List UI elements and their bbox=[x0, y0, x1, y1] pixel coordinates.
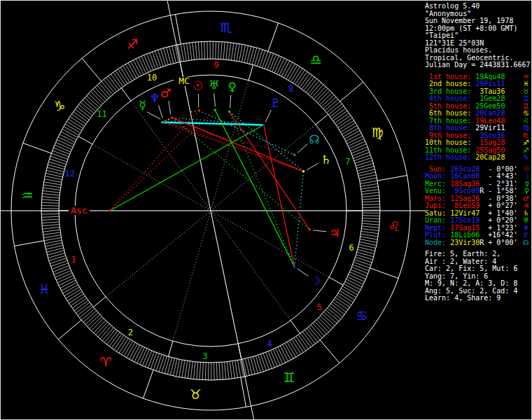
aries-icon: ♈ bbox=[99, 354, 111, 370]
capricorn-icon: ♑ bbox=[523, 154, 531, 162]
pisces-icon: ♓ bbox=[38, 281, 50, 297]
house-value: 29Pis11 bbox=[471, 80, 505, 88]
house-row: 4th house: 1Gem28♊ bbox=[425, 95, 531, 103]
header-line: Astrolog 5.40 bbox=[425, 3, 531, 10]
stats-line: M: 9, N: 2, A: 3, D: 8 bbox=[425, 280, 531, 288]
moon-icon: ☽ bbox=[523, 173, 531, 181]
planet-label: Venu: bbox=[425, 188, 450, 195]
house-number: 5 bbox=[317, 302, 322, 312]
capricorn-icon: ♑ bbox=[54, 98, 66, 113]
virgo-icon: ♍ bbox=[371, 125, 383, 140]
house-row: 10th house: 1Sag28♐ bbox=[425, 139, 531, 147]
house-row: 2nd house: 29Pis11♓ bbox=[425, 80, 531, 88]
cancer-icon: ♋ bbox=[523, 110, 531, 118]
asc-label: Asc bbox=[71, 205, 87, 216]
gemini-icon: ♊ bbox=[523, 95, 531, 103]
uranus-icon: ♅ bbox=[523, 217, 531, 225]
stats-text: Learn: 4, Share: 9 bbox=[425, 295, 500, 302]
planet-dot bbox=[262, 124, 265, 126]
planet-row: Moon: 16Can00 - 4°43'☽ bbox=[425, 173, 531, 181]
jupiter-icon: ♃ bbox=[523, 202, 531, 210]
jupiter-icon: ♃ bbox=[330, 226, 340, 240]
planet-dot bbox=[293, 154, 295, 156]
planet-label: Plut: bbox=[425, 232, 450, 239]
app-title: Astrolog 5.40 bbox=[425, 3, 479, 10]
planet-dot bbox=[228, 111, 230, 113]
mercury-icon: ☿ bbox=[139, 98, 146, 112]
planet-value: 17Sco19 bbox=[450, 217, 479, 225]
house-value: 1Gem28 bbox=[471, 95, 505, 103]
planet-dot bbox=[161, 121, 163, 123]
header-line: Placidus houses. bbox=[425, 47, 531, 55]
info-panel: Astrolog 5.40"Anonymous"Sun November 19,… bbox=[425, 3, 531, 302]
leo-icon: ♌ bbox=[388, 218, 400, 234]
pisces-icon: ♓ bbox=[523, 80, 531, 88]
house-row: 8th house: 29Vir11♍ bbox=[425, 125, 531, 132]
stats-line: Learn: 4, Share: 9 bbox=[425, 295, 531, 302]
uranus-icon: ♅ bbox=[209, 78, 219, 92]
house-number: 7 bbox=[345, 157, 350, 167]
planet-row: Node: 23Vir30R + 0°00'☊ bbox=[425, 239, 531, 247]
planet-value: 18Lib06 bbox=[450, 232, 479, 239]
planet-dot bbox=[293, 266, 295, 268]
planet-row: Uran: 17Sco19 + 0°20'♅ bbox=[425, 217, 531, 225]
planet-delta: - 1°58' bbox=[484, 188, 517, 195]
house-number: 11 bbox=[97, 109, 106, 119]
node-icon: ☊ bbox=[309, 132, 320, 146]
aquarius-icon: ♒ bbox=[21, 188, 33, 203]
planet-value: 16Can00 bbox=[450, 173, 479, 181]
planet-dot bbox=[171, 117, 173, 119]
planet-row: Plut: 18Lib06 +16°42'♇ bbox=[425, 232, 531, 239]
house-value: 29Vir11 bbox=[471, 125, 505, 132]
mars-icon: ♂ bbox=[160, 86, 171, 100]
sagittarius-icon: ♐ bbox=[523, 139, 531, 147]
house-label: 10th house: bbox=[425, 139, 471, 147]
header-text: Julian Day = 2443831.6667 bbox=[425, 62, 531, 69]
neptune-icon: ♆ bbox=[149, 91, 160, 105]
pluto-icon: ♇ bbox=[270, 96, 281, 110]
planet-delta: + 0°20' bbox=[484, 217, 517, 225]
header-text: Sun November 19, 1978 bbox=[425, 18, 513, 25]
planet-delta: + 0°00' bbox=[484, 239, 517, 247]
astrolog-window: ☉☽☿♀♂♃♄♅♆♇☊123456789101112♈♉♊♋♌♍♎♏♐♑♒♓As… bbox=[0, 0, 532, 420]
house-label: 6th house: bbox=[425, 110, 471, 118]
house-number: 4 bbox=[267, 339, 272, 349]
planet-label: Uran: bbox=[425, 217, 450, 225]
cancer-icon: ♋ bbox=[356, 308, 368, 323]
stats-line: Car: 2, Fix: 5, Mut: 6 bbox=[425, 265, 531, 273]
planet-delta: - 4°43' bbox=[484, 173, 517, 181]
house-row: 6th house: 20Can28♋ bbox=[425, 110, 531, 118]
planet-value: 8Leo59 bbox=[450, 202, 479, 210]
sagittarius-icon: ♐ bbox=[126, 36, 138, 52]
chart-wheel: ☉☽☿♀♂♃♄♅♆♇☊123456789101112♈♉♊♋♌♍♎♏♐♑♒♓As… bbox=[1, 1, 426, 420]
stats-line: Fire: 5, Earth: 2, bbox=[425, 251, 531, 258]
planet-delta: +16°42' bbox=[484, 232, 517, 239]
planet-row: Jupi: 8Leo59 + 0°27'♃ bbox=[425, 202, 531, 210]
saturn-icon: ♄ bbox=[321, 153, 331, 167]
mc-label: MC bbox=[178, 76, 190, 86]
planet-dot bbox=[198, 109, 200, 111]
planet-delta: + 0°27' bbox=[484, 202, 517, 210]
planet-label: Node: bbox=[425, 239, 450, 247]
planet-row: Venu: 9Sco09R - 1°58'♀ bbox=[425, 188, 531, 195]
stats-text: Car: 2, Fix: 5, Mut: 6 bbox=[425, 265, 517, 273]
house-number: 12 bbox=[65, 169, 75, 178]
moon-icon: ☽ bbox=[310, 274, 321, 288]
house-number: 3 bbox=[202, 351, 207, 361]
libra-icon: ♎ bbox=[310, 52, 322, 67]
planet-label: Moon: bbox=[425, 173, 450, 181]
planet-dot bbox=[163, 120, 165, 122]
header-line: Sun November 19, 1978 bbox=[425, 18, 531, 25]
venus-icon: ♀ bbox=[228, 80, 237, 94]
planet-value: 23Vir30 bbox=[450, 239, 479, 247]
header-text: "Taipei" bbox=[425, 32, 458, 40]
house-number: 10 bbox=[147, 73, 157, 83]
house-number: 6 bbox=[349, 243, 354, 253]
planet-dot bbox=[302, 170, 304, 172]
header-line: Julian Day = 2443831.6667 bbox=[425, 62, 531, 69]
planet-label: Jupi: bbox=[425, 202, 450, 210]
planet-dot bbox=[309, 229, 311, 231]
house-number: 2 bbox=[128, 328, 133, 337]
stats-text: M: 9, N: 2, A: 3, D: 8 bbox=[425, 280, 517, 288]
planet-value: 9Sco09 bbox=[450, 188, 479, 195]
